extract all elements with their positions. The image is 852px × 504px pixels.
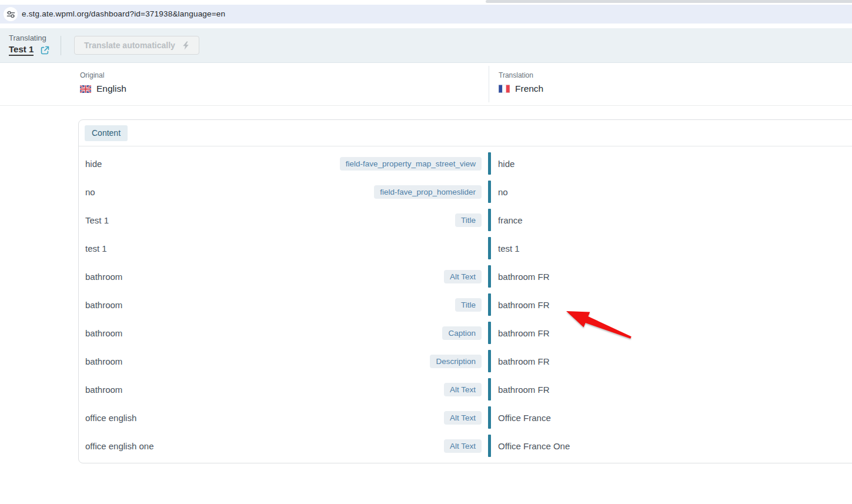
translation-divider-bar: [488, 378, 491, 400]
translation-divider-bar: [488, 435, 491, 457]
ate-toolbar: Translating Test 1 Translate automatical…: [0, 28, 852, 63]
translation-row[interactable]: office english Alt Text Office France: [79, 403, 852, 432]
translation-text[interactable]: france: [498, 215, 523, 225]
translate-automatically-button[interactable]: Translate automatically: [74, 36, 199, 55]
translation-language-block: Translation French: [499, 71, 543, 94]
translation-text[interactable]: bathroom FR: [498, 328, 550, 338]
field-type-badge: Title: [455, 213, 482, 227]
uk-flag-icon: [80, 85, 91, 93]
translation-text[interactable]: bathroom FR: [498, 356, 550, 366]
source-text: hide: [85, 159, 102, 169]
field-type-badge: Caption: [442, 326, 482, 340]
browser-url-bar[interactable]: e.stg.ate.wpml.org/dashboard?id=371938&l…: [0, 5, 852, 24]
translating-label: Translating: [9, 34, 50, 42]
translation-divider-bar: [488, 350, 491, 372]
translation-divider-bar: [488, 293, 491, 316]
translation-text[interactable]: bathroom FR: [498, 272, 550, 282]
field-type-badge: Alt Text: [444, 270, 482, 283]
source-text: bathroom: [85, 272, 122, 282]
translation-row[interactable]: no field-fave_prop_homeslider no: [79, 178, 852, 206]
translation-language-name: French: [515, 84, 543, 94]
translation-divider-bar: [488, 406, 491, 429]
toolbar-divider: [61, 36, 61, 55]
field-type-badge: field-fave_prop_homeslider: [374, 185, 482, 199]
tab-content[interactable]: Content: [85, 125, 128, 141]
browser-tabstrip: [0, 0, 852, 5]
translation-divider-bar: [488, 152, 491, 175]
translation-label: Translation: [499, 71, 543, 79]
translation-text[interactable]: bathroom FR: [498, 300, 550, 310]
url-text[interactable]: e.stg.ate.wpml.org/dashboard?id=371938&l…: [22, 5, 225, 24]
translation-row[interactable]: bathroom Title bathroom FR: [79, 291, 852, 319]
tune-icon: [6, 10, 15, 19]
source-text: bathroom: [85, 356, 122, 366]
translation-rows: hide field-fave_property_map_street_view…: [79, 149, 852, 460]
external-link-icon[interactable]: [40, 45, 50, 55]
source-text: bathroom: [85, 328, 122, 338]
inactive-tab-fragment[interactable]: [486, 0, 852, 3]
translation-text[interactable]: Office France: [498, 413, 551, 423]
translation-text[interactable]: Office France One: [498, 441, 570, 451]
lightning-icon: [182, 41, 189, 50]
field-type-badge: Alt Text: [444, 383, 482, 396]
field-type-badge: Alt Text: [444, 411, 482, 425]
ate-dashboard-page: e.stg.ate.wpml.org/dashboard?id=371938&l…: [0, 0, 852, 504]
field-type-badge: field-fave_property_map_street_view: [340, 157, 482, 171]
translation-row[interactable]: bathroom Caption bathroom FR: [79, 319, 852, 347]
card-divider: [79, 146, 852, 146]
original-language-block: Original English: [80, 71, 126, 94]
translation-row[interactable]: bathroom Alt Text bathroom FR: [79, 262, 852, 291]
document-title-link[interactable]: Test 1: [9, 44, 34, 56]
original-language-name: English: [96, 84, 126, 94]
translation-divider-bar: [488, 265, 491, 288]
source-text: test 1: [85, 243, 107, 253]
translation-text[interactable]: test 1: [498, 243, 520, 253]
translation-row[interactable]: office english one Alt Text Office Franc…: [79, 432, 852, 460]
field-type-badge: Alt Text: [444, 439, 482, 453]
site-settings-icon[interactable]: [4, 7, 18, 21]
source-text: office english: [85, 413, 136, 423]
translation-divider-bar: [488, 181, 491, 203]
translation-text[interactable]: bathroom FR: [498, 385, 550, 395]
translation-editor-card: Content hide field-fave_property_map_str…: [78, 119, 852, 463]
translate-automatically-label: Translate automatically: [84, 41, 175, 50]
france-flag-icon: [499, 85, 510, 93]
translation-text[interactable]: no: [498, 187, 508, 197]
translation-row[interactable]: test 1 test 1: [79, 234, 852, 262]
translation-divider-bar: [488, 237, 491, 259]
source-text: office english one: [85, 441, 153, 451]
translation-row[interactable]: hide field-fave_property_map_street_view…: [79, 149, 852, 178]
field-type-badge: Description: [430, 355, 482, 368]
translation-divider-bar: [488, 209, 491, 231]
language-bar: Original English Translation: [0, 63, 852, 106]
source-text: bathroom: [85, 300, 122, 310]
field-type-badge: Title: [455, 298, 482, 312]
translation-row[interactable]: Test 1 Title france: [79, 206, 852, 234]
translation-row[interactable]: bathroom Description bathroom FR: [79, 347, 852, 375]
translating-block: Translating Test 1: [9, 34, 50, 56]
language-bar-divider: [489, 66, 489, 102]
source-text: bathroom: [85, 385, 122, 395]
source-text: Test 1: [85, 215, 109, 225]
translation-text[interactable]: hide: [498, 159, 514, 169]
translation-divider-bar: [488, 322, 491, 344]
source-text: no: [85, 187, 95, 197]
original-label: Original: [80, 71, 126, 79]
translation-row[interactable]: bathroom Alt Text bathroom FR: [79, 375, 852, 403]
